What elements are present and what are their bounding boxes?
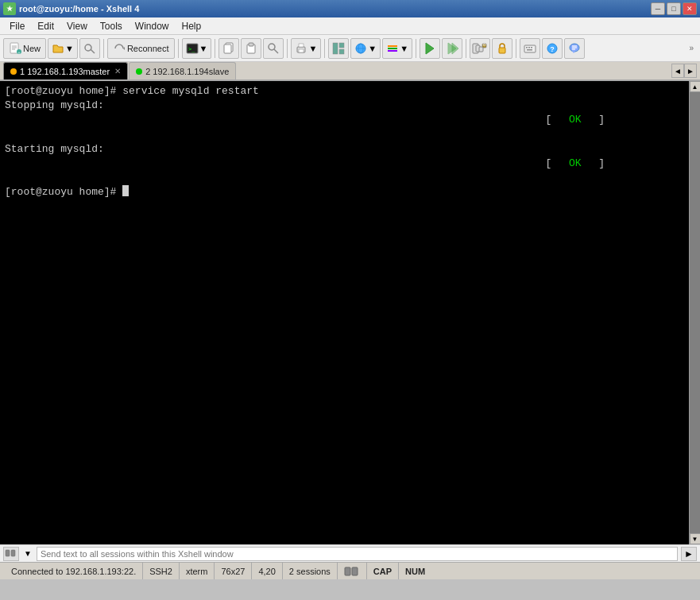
svg-rect-12 [224,45,231,53]
new-icon: + [9,42,21,55]
find-button[interactable] [263,38,284,59]
tab-2-indicator [136,68,142,75]
title-bar: ★ root@zuoyu:/home - Xshell 4 ─ □ ✕ [0,0,700,17]
tab-prev-button[interactable]: ◄ [671,64,684,78]
terminal-line-1: [root@zuoyu home]# service mysqld restar… [5,84,684,99]
title-bar-controls: ─ □ ✕ [651,2,697,15]
terminal-line-4: [root@zuoyu home]# [5,185,684,199]
minimize-button[interactable]: ─ [651,2,665,15]
new-button[interactable]: + New [3,38,46,59]
key-button[interactable] [79,38,100,59]
svg-rect-28 [388,50,397,52]
status-protocol: SSH2 [143,563,180,579]
window-title: root@zuoyu:/home - Xshell 4 [19,4,139,14]
close-button[interactable]: ✕ [683,2,697,15]
app-icon: ★ [3,2,16,15]
layout-button[interactable] [328,38,349,59]
status-position: 4,20 [252,563,282,579]
toolbar: + New ▼ Reconnect [0,35,700,62]
toolbar-expand[interactable]: » [686,44,697,52]
menu-bar: File Edit View Tools Window Help [0,17,700,35]
status-bar: Connected to 192.168.1.193:22. SSH2 xter… [0,562,700,579]
svg-text:+: + [17,50,21,55]
open-dropdown-arrow: ▼ [65,44,74,53]
scrollbar-down[interactable]: ▼ [690,533,701,544]
svg-marker-46 [572,51,575,53]
scrollbar-up[interactable]: ▲ [690,81,701,92]
status-cap: CAP [367,563,399,579]
terminal-prompt-1: [root@zuoyu home]# [5,84,122,99]
maximize-button[interactable]: □ [667,2,681,15]
separator-7 [466,39,466,58]
tools-dropdown[interactable]: ▼ [382,38,412,59]
status-dq [338,563,367,579]
tab-1[interactable]: 1 192.168.1.193master ✕ [3,62,128,79]
reconnect-label: Reconnect [127,44,169,53]
help-button[interactable]: ? [542,38,563,59]
send-button[interactable]: ► [681,547,697,561]
reconnect-icon [113,42,126,55]
svg-rect-52 [345,567,350,575]
script-button[interactable] [420,38,440,59]
open-icon [52,42,64,55]
svg-rect-22 [339,49,344,54]
open-button[interactable]: ▼ [48,38,78,59]
menu-window[interactable]: Window [129,17,176,34]
reconnect-button[interactable]: Reconnect [107,38,175,59]
svg-rect-39 [526,47,528,48]
globe-icon [354,42,367,55]
tab-1-indicator [10,68,17,75]
svg-rect-37 [499,48,505,53]
svg-rect-14 [249,43,253,46]
print-icon [295,42,307,55]
terminal[interactable]: [root@zuoyu home]# service mysqld restar… [0,81,689,544]
svg-rect-19 [299,44,304,47]
tab-next-button[interactable]: ► [684,64,697,78]
tab-2[interactable]: 2 192.168.1.194slave [129,62,236,79]
terminal-stopping-status: [ OK ] [496,99,605,142]
menu-tools[interactable]: Tools [94,17,129,34]
tab-2-label: 2 192.168.1.194slave [145,67,229,76]
chat-button[interactable] [564,38,585,59]
new-label: New [23,44,41,53]
sessions-button[interactable] [470,38,490,59]
session-input[interactable] [37,547,678,561]
svg-rect-27 [388,48,397,49]
svg-rect-21 [339,43,344,48]
svg-text:?: ? [550,45,555,53]
lock-button[interactable] [492,38,512,59]
svg-line-16 [274,49,278,53]
svg-rect-18 [299,49,304,52]
paste-button[interactable] [241,38,261,59]
svg-marker-29 [426,43,434,54]
terminal-line-2: Stopping mysqld: [ OK ] [5,99,684,142]
status-dimensions: 76x27 [215,563,252,579]
separator-3 [215,39,215,58]
tab-1-close[interactable]: ✕ [114,67,121,75]
svg-rect-51 [11,550,15,556]
status-num: NUM [399,563,431,579]
tab-1-label: 1 192.168.1.193master [20,67,110,76]
terminal-line-3: Starting mysqld: [ OK ] [5,142,684,186]
menu-edit[interactable]: Edit [31,17,60,34]
terminal-button[interactable]: >_ ▼ [182,38,212,59]
scrollbar-track[interactable] [690,92,700,533]
terminal-command-1: service mysqld restart [122,84,259,99]
tabs-area: 1 192.168.1.193master ✕ 2 192.168.1.194s… [0,62,700,81]
svg-rect-38 [524,45,536,52]
terminal-container: [root@zuoyu home]# service mysqld restar… [0,81,700,544]
session-icon[interactable] [3,547,19,561]
globe-button[interactable]: ▼ [350,38,381,59]
status-sessions: 2 sessions [283,563,338,579]
session-dropdown-arrow[interactable]: ▼ [22,549,33,558]
menu-file[interactable]: File [3,17,31,34]
copy-button[interactable] [219,38,239,59]
print-button[interactable]: ▼ [291,38,321,59]
svg-point-15 [269,44,275,50]
menu-view[interactable]: View [60,17,94,34]
keyboard-button[interactable] [520,38,540,59]
separator-6 [416,39,416,58]
menu-help[interactable]: Help [176,17,208,34]
svg-rect-41 [531,47,532,48]
log-button[interactable] [442,38,462,59]
